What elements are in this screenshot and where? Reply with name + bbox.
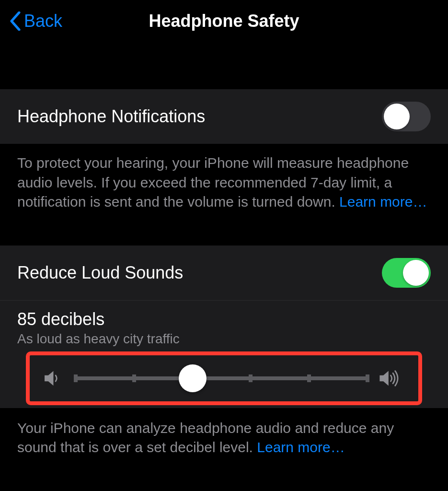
back-label: Back: [24, 11, 62, 31]
headphone-notifications-label: Headphone Notifications: [17, 106, 205, 127]
chevron-left-icon: [10, 12, 21, 31]
navbar: Back Headphone Safety: [0, 0, 448, 42]
headphone-notifications-row: Headphone Notifications: [0, 89, 448, 144]
notifications-learn-more-link[interactable]: Learn more…: [339, 194, 427, 210]
decibel-slider-highlight: [26, 351, 422, 405]
reduce-loud-sounds-section: Reduce Loud Sounds 85 decibels As loud a…: [0, 246, 448, 408]
volume-high-icon: [378, 369, 405, 388]
spacer: [0, 42, 448, 89]
notifications-description: To protect your hearing, your iPhone wil…: [0, 144, 448, 225]
decibel-value: 85 decibels: [17, 309, 431, 329]
reduce-loud-sounds-label: Reduce Loud Sounds: [17, 263, 183, 283]
loud-sounds-footer: Your iPhone can analyze headphone audio …: [0, 408, 448, 471]
headphone-notifications-toggle[interactable]: [382, 102, 431, 131]
loud-sounds-learn-more-link[interactable]: Learn more…: [257, 439, 345, 455]
slider-thumb[interactable]: [179, 364, 207, 392]
decibel-slider[interactable]: [76, 376, 368, 380]
page-title: Headphone Safety: [149, 11, 299, 31]
decibel-description: As loud as heavy city traffic: [17, 331, 431, 347]
decibel-info: 85 decibels As loud as heavy city traffi…: [0, 300, 448, 408]
spacer: [0, 225, 448, 246]
volume-low-icon: [43, 369, 65, 388]
back-button[interactable]: Back: [10, 11, 62, 31]
reduce-loud-sounds-row: Reduce Loud Sounds: [0, 246, 448, 300]
reduce-loud-sounds-toggle[interactable]: [382, 258, 431, 288]
